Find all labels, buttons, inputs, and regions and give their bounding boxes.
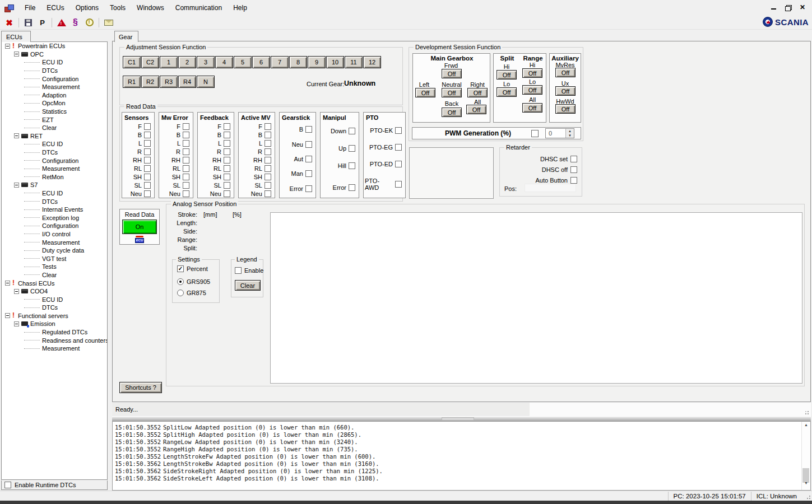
checkbox-sensors-rl[interactable]: [144, 165, 151, 172]
tree-item-internal-events[interactable]: Internal Events: [2, 206, 107, 214]
tree-item-configuration[interactable]: Configuration: [2, 156, 107, 165]
toolbar-mail-button[interactable]: [102, 17, 115, 29]
tree-item-configuration[interactable]: Configuration: [2, 74, 107, 83]
legend-enable-checkbox[interactable]: [235, 267, 242, 274]
checkbox-sensors-l[interactable]: [144, 140, 151, 147]
checkbox-feedback-f[interactable]: [224, 123, 230, 130]
menu-item-communication[interactable]: Communication: [170, 2, 228, 13]
checkbox-auto-button[interactable]: [570, 177, 577, 184]
checkbox-feedback-sh[interactable]: [224, 174, 230, 180]
pwm-generation-checkbox[interactable]: [531, 130, 539, 137]
tree-item-functional-servers[interactable]: !Functional servers: [2, 312, 107, 320]
checkbox-pto-pto-eg[interactable]: [395, 144, 402, 151]
tree-item-measurement[interactable]: Measurement: [2, 83, 107, 91]
expand-toggle-icon[interactable]: [5, 44, 10, 49]
tree-item-ret[interactable]: RET: [2, 132, 107, 141]
gear-button-8[interactable]: 8: [289, 56, 307, 68]
checkbox-feedback-sl[interactable]: [224, 182, 230, 189]
checkbox-dhsc-set[interactable]: [570, 156, 577, 162]
tree-item-dtcs[interactable]: DTCs: [2, 148, 107, 157]
neutral-off-button[interactable]: Off: [442, 88, 462, 97]
tree-item-dtcs[interactable]: DTCs: [2, 304, 107, 312]
checkbox-dhsc-off[interactable]: [570, 166, 577, 173]
shortcuts-button[interactable]: Shortcuts ?: [119, 382, 162, 393]
tree-item-i-o-control[interactable]: I/O control: [2, 230, 107, 239]
checkbox-feedback-l[interactable]: [224, 140, 230, 147]
tree-item-clear[interactable]: Clear: [2, 271, 107, 279]
gear-button-r1[interactable]: R1: [123, 76, 141, 88]
checkbox-mw-error-r[interactable]: [183, 148, 189, 155]
gear-button-r4[interactable]: R4: [178, 76, 196, 88]
checkbox-sensors-neu[interactable]: [144, 190, 151, 197]
checkbox-gearstick-aut[interactable]: [305, 156, 312, 162]
tree-item-tests[interactable]: Tests: [2, 263, 107, 271]
legend-clear-button[interactable]: Clear: [235, 280, 261, 291]
gear-button-6[interactable]: 6: [252, 56, 270, 68]
tree-item-dtcs[interactable]: DTCs: [2, 197, 107, 206]
toolbar-paragraph-button[interactable]: [69, 17, 82, 29]
checkbox-sensors-f[interactable]: [144, 123, 151, 130]
spinner-arrows[interactable]: ▲▼: [565, 129, 574, 138]
menu-item-help[interactable]: Help: [228, 2, 253, 13]
checkbox-feedback-rl[interactable]: [224, 165, 230, 172]
checkbox-mw-error-f[interactable]: [183, 123, 189, 130]
gear-button-10[interactable]: 10: [326, 56, 344, 68]
tree-item-ecu-id[interactable]: ECU ID: [2, 295, 107, 304]
checkbox-mw-error-rh[interactable]: [183, 157, 189, 164]
tree-item-chassi-ecus[interactable]: !Chassi ECUs: [2, 279, 107, 287]
expand-toggle-icon[interactable]: [14, 183, 19, 188]
checkbox-gearstick-b[interactable]: [305, 126, 312, 133]
menu-item-options[interactable]: Options: [70, 2, 104, 13]
gear-button-r3[interactable]: R3: [160, 76, 178, 88]
spinner-down-icon[interactable]: ▼: [566, 133, 574, 138]
checkbox-active-mv-r[interactable]: [265, 148, 271, 155]
checkbox-pto-pto-awd[interactable]: [395, 181, 402, 188]
toolbar-warning-button[interactable]: [55, 17, 68, 29]
all-off-button[interactable]: Off: [466, 105, 486, 114]
gr875-radio[interactable]: [177, 290, 184, 296]
range-lo-off-button[interactable]: Off: [522, 85, 542, 95]
menu-item-tools[interactable]: Tools: [104, 2, 131, 13]
menu-item-windows[interactable]: Windows: [131, 2, 170, 13]
gear-button-r2[interactable]: R2: [141, 76, 159, 88]
checkbox-sensors-rh[interactable]: [144, 157, 151, 164]
splitter-thumb[interactable]: [442, 417, 474, 421]
tree-item-adaption[interactable]: Adaption: [2, 91, 107, 100]
gear-button-2[interactable]: 2: [178, 56, 196, 68]
checkbox-manipul-error[interactable]: [349, 184, 355, 191]
split-lo-off-button[interactable]: Off: [497, 87, 517, 97]
gear-button-12[interactable]: 12: [363, 56, 381, 68]
checkbox-gearstick-man[interactable]: [305, 170, 312, 177]
tree-item-statistics[interactable]: Statistics: [2, 108, 107, 116]
read-data-on-button[interactable]: On: [122, 220, 157, 234]
checkbox-active-mv-sh[interactable]: [265, 174, 271, 180]
minimize-icon[interactable]: [771, 4, 776, 10]
gear-button-9[interactable]: 9: [308, 56, 326, 68]
checkbox-pto-pto-ed[interactable]: [395, 161, 402, 167]
right-off-button[interactable]: Off: [467, 88, 488, 97]
tree-item-measurement[interactable]: Measurement: [2, 344, 107, 353]
frwd-off-button[interactable]: Off: [442, 69, 462, 78]
spinner-up-icon[interactable]: ▲: [566, 129, 574, 133]
checkbox-active-mv-f[interactable]: [265, 123, 271, 130]
tree-item-powertrain-ecus[interactable]: !Powertrain ECUs: [2, 42, 107, 50]
checkbox-manipul-hill[interactable]: [349, 162, 355, 169]
log-scrollbar[interactable]: ▲ ▼: [801, 422, 810, 490]
checkbox-feedback-r[interactable]: [224, 148, 230, 155]
tree-item-duty-cycle-data[interactable]: Duty cycle data: [2, 246, 107, 255]
checkbox-mw-error-sh[interactable]: [183, 174, 189, 180]
checkbox-feedback-neu[interactable]: [224, 190, 230, 197]
expand-toggle-icon[interactable]: [5, 313, 10, 318]
checkbox-active-mv-rl[interactable]: [265, 165, 271, 172]
close-icon[interactable]: ✕: [800, 4, 805, 10]
checkbox-active-mv-l[interactable]: [265, 140, 271, 147]
back-off-button[interactable]: Off: [442, 108, 462, 117]
left-off-button[interactable]: Off: [415, 88, 435, 97]
hwwd-off-button[interactable]: Off: [555, 104, 576, 114]
tree-item-opc[interactable]: OPC: [2, 50, 107, 59]
checkbox-manipul-down[interactable]: [349, 128, 355, 134]
tree-item-measurement[interactable]: Measurement: [2, 165, 107, 173]
checkbox-mw-error-neu[interactable]: [183, 190, 189, 197]
gear-button-5[interactable]: 5: [234, 56, 252, 68]
checkbox-mw-error-rl[interactable]: [183, 165, 189, 172]
